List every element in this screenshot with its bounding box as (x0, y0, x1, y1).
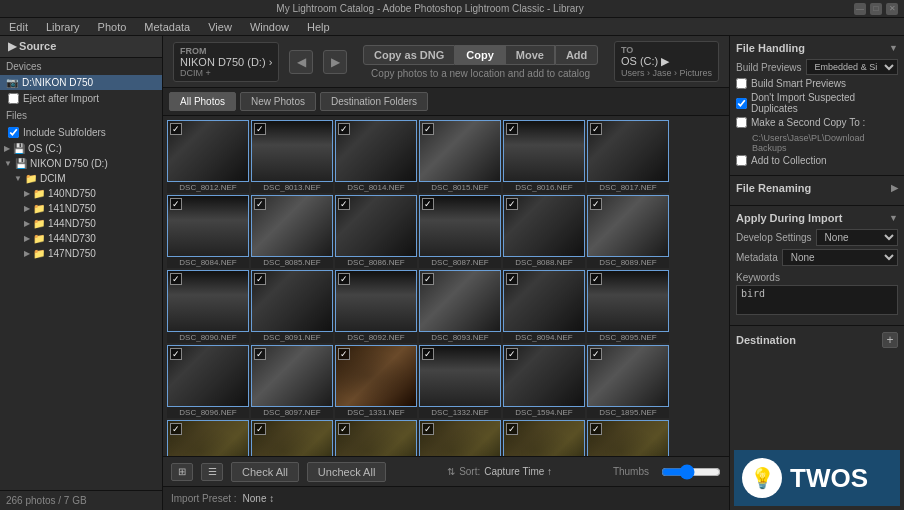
photo-cell[interactable]: ✓DSC_8095.NEF (587, 270, 669, 343)
photo-cell[interactable]: ✓DSC_8090.NEF (167, 270, 249, 343)
metadata-select[interactable]: None (782, 249, 898, 266)
menu-photo[interactable]: Photo (95, 21, 130, 33)
photo-checkbox[interactable]: ✓ (254, 123, 266, 135)
tree-item-nikon[interactable]: ▼ 💾 NIKON D750 (D:) (0, 156, 162, 171)
maximize-button[interactable]: □ (870, 3, 882, 15)
destination-plus-button[interactable]: + (882, 332, 898, 348)
photo-cell[interactable]: ✓DSC_5136.NEF (587, 420, 669, 456)
photo-checkbox[interactable]: ✓ (506, 123, 518, 135)
photo-checkbox[interactable]: ✓ (170, 423, 182, 435)
photo-cell[interactable]: ✓DSC_8084.NEF (167, 195, 249, 268)
photo-checkbox[interactable]: ✓ (254, 348, 266, 360)
photo-checkbox[interactable]: ✓ (422, 123, 434, 135)
tree-item-144a[interactable]: ▶ 📁 144ND750 (0, 216, 162, 231)
photo-checkbox[interactable]: ✓ (590, 348, 602, 360)
photo-cell[interactable]: ✓DSC_1895.NEF (587, 345, 669, 418)
photo-cell[interactable]: ✓DSC_8091.NEF (251, 270, 333, 343)
photo-grid-container[interactable]: ✓DSC_8012.NEF✓DSC_8013.NEF✓DSC_8014.NEF✓… (163, 116, 729, 456)
photo-checkbox[interactable]: ✓ (590, 423, 602, 435)
no-duplicates-checkbox[interactable] (736, 98, 747, 109)
photo-cell[interactable]: ✓DSC_8085.NEF (251, 195, 333, 268)
device-item[interactable]: 📷 D:\NIKON D750 (0, 75, 162, 90)
subfolders-checkbox[interactable] (8, 127, 19, 138)
photo-cell[interactable]: ✓DSC_5135.NEF (503, 420, 585, 456)
photo-checkbox[interactable]: ✓ (422, 273, 434, 285)
photo-checkbox[interactable]: ✓ (590, 273, 602, 285)
thumb-size-slider[interactable] (661, 464, 721, 480)
photo-cell[interactable]: ✓DSC_8096.NEF (167, 345, 249, 418)
menu-help[interactable]: Help (304, 21, 333, 33)
add-collection-checkbox[interactable] (736, 155, 747, 166)
photo-checkbox[interactable]: ✓ (338, 423, 350, 435)
list-view-button[interactable]: ☰ (201, 463, 223, 481)
file-renaming-header[interactable]: File Renaming ▶ (736, 182, 898, 194)
photo-checkbox[interactable]: ✓ (506, 423, 518, 435)
photo-checkbox[interactable]: ✓ (170, 348, 182, 360)
file-handling-arrow[interactable]: ▼ (889, 43, 898, 53)
eject-checkbox[interactable] (8, 93, 19, 104)
photo-checkbox[interactable]: ✓ (422, 423, 434, 435)
minimize-button[interactable]: — (854, 3, 866, 15)
add-button[interactable]: Add (555, 45, 598, 65)
photo-checkbox[interactable]: ✓ (506, 198, 518, 210)
tree-item-os[interactable]: ▶ 💾 OS (C:) (0, 141, 162, 156)
uncheck-all-button[interactable]: Uncheck All (307, 462, 386, 482)
photo-cell[interactable]: ✓DSC_8088.NEF (503, 195, 585, 268)
photo-checkbox[interactable]: ✓ (254, 273, 266, 285)
photo-cell[interactable]: ✓DSC_8017.NEF (587, 120, 669, 193)
photo-cell[interactable]: ✓DSC_8087.NEF (419, 195, 501, 268)
sort-value[interactable]: Capture Time ↑ (484, 466, 552, 477)
close-button[interactable]: ✕ (886, 3, 898, 15)
tree-item-144b[interactable]: ▶ 📁 144ND730 (0, 231, 162, 246)
photo-cell[interactable]: ✓DSC_5132.NEF (251, 420, 333, 456)
tree-item-140[interactable]: ▶ 📁 140ND750 (0, 186, 162, 201)
photo-checkbox[interactable]: ✓ (338, 123, 350, 135)
move-button[interactable]: Move (505, 45, 555, 65)
photo-cell[interactable]: ✓DSC_5131.NEF (167, 420, 249, 456)
photo-checkbox[interactable]: ✓ (338, 348, 350, 360)
photo-cell[interactable]: ✓DSC_8089.NEF (587, 195, 669, 268)
photo-cell[interactable]: ✓DSC_1331.NEF (335, 345, 417, 418)
apply-arrow[interactable]: ▼ (889, 213, 898, 223)
develop-settings-select[interactable]: None (816, 229, 898, 246)
photo-cell[interactable]: ✓DSC_8016.NEF (503, 120, 585, 193)
photo-cell[interactable]: ✓DSC_1332.NEF (419, 345, 501, 418)
check-all-button[interactable]: Check All (231, 462, 299, 482)
menu-edit[interactable]: Edit (6, 21, 31, 33)
nav-left-button[interactable]: ◀ (289, 50, 313, 74)
tab-all-photos[interactable]: All Photos (169, 92, 236, 111)
second-copy-checkbox[interactable] (736, 117, 747, 128)
menu-window[interactable]: Window (247, 21, 292, 33)
photo-checkbox[interactable]: ✓ (170, 273, 182, 285)
photo-checkbox[interactable]: ✓ (422, 198, 434, 210)
tree-item-dcim[interactable]: ▼ 📁 DCIM (0, 171, 162, 186)
photo-cell[interactable]: ✓DSC_1594.NEF (503, 345, 585, 418)
menu-view[interactable]: View (205, 21, 235, 33)
photo-checkbox[interactable]: ✓ (254, 423, 266, 435)
photo-checkbox[interactable]: ✓ (254, 198, 266, 210)
copy-button[interactable]: Copy (455, 45, 505, 65)
photo-checkbox[interactable]: ✓ (338, 273, 350, 285)
build-previews-select[interactable]: Embedded & Sidecar Minimal Standard 1:1 (806, 59, 898, 75)
tab-destination-folders[interactable]: Destination Folders (320, 92, 428, 111)
photo-checkbox[interactable]: ✓ (590, 198, 602, 210)
photo-cell[interactable]: ✓DSC_8012.NEF (167, 120, 249, 193)
nav-right-button[interactable]: ▶ (323, 50, 347, 74)
copy-as-dng-button[interactable]: Copy as DNG (363, 45, 455, 65)
photo-cell[interactable]: ✓DSC_5133.NEF (335, 420, 417, 456)
import-preset-value[interactable]: None ↕ (243, 493, 275, 504)
tree-item-141[interactable]: ▶ 📁 141ND750 (0, 201, 162, 216)
photo-checkbox[interactable]: ✓ (506, 273, 518, 285)
photo-checkbox[interactable]: ✓ (506, 348, 518, 360)
tab-new-photos[interactable]: New Photos (240, 92, 316, 111)
photo-cell[interactable]: ✓DSC_8086.NEF (335, 195, 417, 268)
menu-metadata[interactable]: Metadata (141, 21, 193, 33)
photo-checkbox[interactable]: ✓ (338, 198, 350, 210)
photo-cell[interactable]: ✓DSC_8092.NEF (335, 270, 417, 343)
tree-item-147[interactable]: ▶ 📁 147ND750 (0, 246, 162, 261)
menu-library[interactable]: Library (43, 21, 83, 33)
photo-cell[interactable]: ✓DSC_8097.NEF (251, 345, 333, 418)
photo-cell[interactable]: ✓DSC_8015.NEF (419, 120, 501, 193)
photo-cell[interactable]: ✓DSC_8013.NEF (251, 120, 333, 193)
photo-cell[interactable]: ✓DSC_8014.NEF (335, 120, 417, 193)
